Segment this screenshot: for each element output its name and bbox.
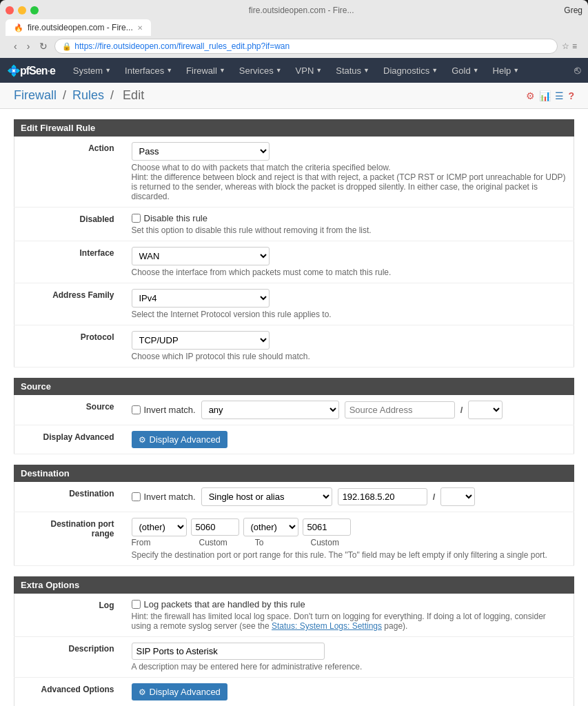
breadcrumb-firewall[interactable]: Firewall — [14, 88, 57, 102]
log-checkbox-label[interactable]: Log packets that are handled by this rul… — [132, 599, 567, 609]
list-icon[interactable]: ☰ — [555, 90, 564, 101]
breadcrumb-icons: ⚙ 📊 ☰ ? — [526, 90, 574, 101]
breadcrumb: Firewall / Rules / Edit — [14, 88, 147, 103]
advanced-options-cell: ⚙ Display Advanced — [125, 678, 574, 707]
edit-rule-table: Action Pass Block Reject Choose what to … — [14, 137, 574, 367]
port-to-type-select[interactable]: (other) — [243, 518, 298, 536]
tab-title: fire.outsideopen.com - Fire... — [28, 23, 133, 32]
source-invert-label[interactable]: Invert match. — [132, 405, 196, 415]
nav-menu: System ▼ Interfaces ▼ Firewall ▼ Service… — [66, 58, 574, 83]
nav-status[interactable]: Status ▼ — [329, 58, 376, 83]
source-table: Source Invert match. any Single host or … — [14, 395, 574, 454]
source-address-input[interactable] — [345, 401, 455, 418]
browser-tab[interactable]: 🔥 fire.outsideopen.com - Fire... ✕ — [6, 19, 151, 36]
nav-help[interactable]: Help ▼ — [486, 58, 527, 83]
browser-close-btn[interactable] — [6, 6, 14, 14]
dest-invert-text: Invert match. — [144, 492, 196, 502]
advanced-display-btn[interactable]: ⚙ Display Advanced — [132, 683, 227, 700]
dest-address-input[interactable] — [338, 488, 427, 505]
address-family-row: Address Family IPv4 IPv6 IPv4+IPv6 Selec… — [14, 283, 574, 325]
interface-label: Interface — [14, 241, 125, 283]
reload-btn[interactable]: ↻ — [37, 39, 50, 53]
back-btn[interactable]: ‹ — [11, 39, 20, 53]
action-help: Choose what to do with packets that matc… — [132, 163, 567, 201]
port-to-sublabel: Custom — [311, 538, 339, 547]
nav-services[interactable]: Services ▼ — [232, 58, 289, 83]
destination-row: Destination Invert match. any Single hos… — [14, 482, 574, 512]
action-label: Action — [14, 137, 125, 208]
lock-icon: 🔒 — [62, 42, 72, 51]
protocol-select[interactable]: TCP/UDP TCP UDP ICMP any — [132, 331, 270, 350]
gear-icon: ⚙ — [139, 435, 146, 445]
action-select[interactable]: Pass Block Reject — [132, 142, 270, 161]
breadcrumb-sep2: / — [110, 88, 117, 102]
dest-invert-checkbox[interactable] — [132, 492, 141, 501]
disabled-checkbox-label[interactable]: Disable this rule — [132, 213, 567, 223]
nav-firewall[interactable]: Firewall ▼ — [179, 58, 232, 83]
advanced-display-btn-label: Display Advanced — [150, 687, 221, 697]
description-help: A description may be entered here for ad… — [132, 662, 567, 672]
content-area: Edit Firewall Rule Action Pass Block Rej… — [0, 109, 588, 706]
description-input[interactable] — [132, 643, 325, 660]
nav-interfaces[interactable]: Interfaces ▼ — [118, 58, 179, 83]
source-slash: / — [460, 405, 463, 415]
browser-maximize-btn[interactable] — [30, 6, 39, 14]
source-input-cell: Invert match. any Single host or alias N… — [125, 395, 574, 425]
log-checkbox-text: Log packets that are handled by this rul… — [144, 599, 305, 609]
forward-btn[interactable]: › — [24, 39, 33, 53]
protocol-input-cell: TCP/UDP TCP UDP ICMP any Choose which IP… — [125, 325, 574, 367]
action-input-cell: Pass Block Reject Choose what to do with… — [125, 137, 574, 208]
pfsense-logo: 💠pfSen·e — [7, 64, 55, 77]
nav-gold[interactable]: Gold ▼ — [445, 58, 485, 83]
browser-user: Greg — [564, 6, 582, 15]
dest-slash: / — [433, 492, 436, 502]
address-bar[interactable]: 🔒 https://fire.outsideopen.com/firewall_… — [54, 39, 558, 54]
display-advanced-btn[interactable]: ⚙ Display Advanced — [132, 431, 227, 448]
log-checkbox[interactable] — [132, 600, 141, 609]
port-to-label: To — [255, 538, 264, 547]
source-type-select[interactable]: any Single host or alias Network — [201, 401, 339, 419]
disabled-checkbox[interactable] — [132, 214, 141, 223]
port-controls: (other) (other) — [132, 518, 567, 536]
browser-minimize-btn[interactable] — [18, 6, 26, 14]
destination-label: Destination — [14, 482, 125, 512]
log-help-link[interactable]: Status: System Logs: Settings — [272, 621, 382, 631]
disabled-label: Disabled — [14, 208, 125, 241]
source-invert-checkbox[interactable] — [132, 405, 141, 414]
breadcrumb-rules[interactable]: Rules — [72, 88, 104, 102]
address-family-select[interactable]: IPv4 IPv6 IPv4+IPv6 — [132, 289, 270, 307]
interface-select[interactable]: WAN LAN — [132, 247, 270, 265]
chart-icon[interactable]: 📊 — [539, 90, 551, 101]
source-label: Source — [14, 395, 125, 425]
source-cidr-select[interactable] — [468, 401, 503, 419]
dest-type-select[interactable]: any Single host or alias Network — [201, 487, 332, 506]
disabled-row: Disabled Disable this rule Set this opti… — [14, 208, 574, 241]
port-from-type-select[interactable]: (other) — [132, 518, 187, 536]
display-advanced-cell: ⚙ Display Advanced — [125, 425, 574, 454]
nav-system[interactable]: System ▼ — [66, 58, 118, 83]
edit-rule-header: Edit Firewall Rule — [14, 119, 574, 137]
tab-close-btn[interactable]: ✕ — [137, 24, 143, 32]
dest-invert-label[interactable]: Invert match. — [132, 492, 196, 502]
destination-controls: Invert match. any Single host or alias N… — [132, 487, 567, 506]
tab-icon: 🔥 — [14, 23, 23, 32]
extra-options-table: Log Log packets that are handled by this… — [14, 594, 574, 706]
menu-btn[interactable]: ≡ — [572, 41, 577, 51]
log-help: Hint: the firewall has limited local log… — [132, 612, 567, 631]
dest-port-row: Destination portrange (other) (other) Fr — [14, 512, 574, 566]
dest-cidr-select[interactable] — [440, 487, 475, 506]
nav-diagnostics[interactable]: Diagnostics ▼ — [376, 58, 445, 83]
help-icon[interactable]: ? — [568, 90, 574, 101]
port-to-input[interactable] — [303, 518, 351, 536]
bookmark-btn[interactable]: ☆ — [562, 41, 569, 51]
address-family-label: Address Family — [14, 283, 125, 325]
logout-icon[interactable]: ⎋ — [574, 64, 581, 77]
port-from-input[interactable] — [191, 518, 239, 536]
port-from-label: From — [132, 538, 151, 547]
dest-port-label: Destination portrange — [14, 512, 125, 566]
filter-icon[interactable]: ⚙ — [526, 90, 535, 101]
interface-input-cell: WAN LAN Choose the interface from which … — [125, 241, 574, 283]
nav-vpn[interactable]: VPN ▼ — [289, 58, 330, 83]
protocol-help: Choose which IP protocol this rule shoul… — [132, 352, 567, 361]
description-input-cell: A description may be entered here for ad… — [125, 637, 574, 678]
